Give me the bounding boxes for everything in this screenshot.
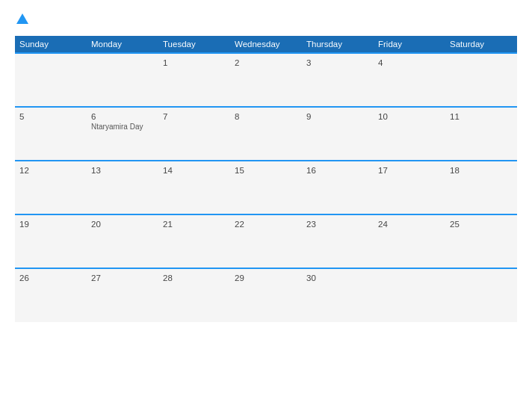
- calendar-cell: 29: [230, 268, 302, 322]
- day-number: 24: [378, 220, 441, 229]
- holiday-label: Ntaryamira Day: [91, 123, 154, 131]
- calendar-cell: [15, 53, 87, 107]
- calendar-cell: 6Ntaryamira Day: [87, 107, 158, 161]
- day-number: 7: [163, 112, 226, 121]
- day-number: 4: [378, 58, 441, 67]
- calendar-page: SundayMondayTuesdayWednesdayThursdayFrid…: [0, 0, 532, 411]
- weekday-header-row: SundayMondayTuesdayWednesdayThursdayFrid…: [15, 36, 517, 53]
- day-number: 22: [235, 220, 297, 229]
- calendar-cell: 25: [445, 214, 517, 268]
- logo: [15, 13, 28, 25]
- weekday-header-tuesday: Tuesday: [158, 36, 230, 53]
- day-number: 30: [306, 274, 369, 282]
- calendar-cell: 5: [15, 107, 87, 161]
- calendar-cell: [445, 53, 517, 107]
- calendar-cell: 14: [158, 161, 230, 214]
- calendar-cell: 26: [15, 268, 87, 322]
- calendar-cell: [445, 268, 517, 322]
- calendar-cell: 22: [230, 214, 302, 268]
- day-number: 17: [378, 166, 441, 175]
- day-number: 1: [163, 58, 226, 67]
- calendar-cell: [374, 268, 445, 322]
- day-number: 28: [163, 274, 226, 282]
- day-number: 18: [450, 166, 513, 175]
- weekday-header-friday: Friday: [374, 36, 445, 53]
- day-number: 15: [235, 166, 297, 175]
- weekday-header-wednesday: Wednesday: [230, 36, 302, 53]
- calendar-cell: 3: [302, 53, 374, 107]
- day-number: 23: [306, 220, 369, 229]
- calendar-body: 123456Ntaryamira Day78910111213141516171…: [15, 53, 517, 322]
- day-number: 8: [235, 112, 297, 121]
- calendar-cell: 13: [87, 161, 158, 214]
- calendar-cell: [87, 53, 158, 107]
- calendar-cell: 7: [158, 107, 230, 161]
- calendar-cell: 9: [302, 107, 374, 161]
- day-number: 13: [91, 166, 154, 175]
- calendar-header: SundayMondayTuesdayWednesdayThursdayFrid…: [15, 36, 517, 53]
- calendar-cell: 17: [374, 161, 445, 214]
- day-number: 11: [450, 112, 513, 121]
- weekday-header-saturday: Saturday: [445, 36, 517, 53]
- day-number: 29: [235, 274, 297, 282]
- calendar-cell: 8: [230, 107, 302, 161]
- weekday-header-thursday: Thursday: [302, 36, 374, 53]
- calendar-cell: 1: [158, 53, 230, 107]
- calendar-cell: 27: [87, 268, 158, 322]
- day-number: 20: [91, 220, 154, 229]
- day-number: 25: [450, 220, 513, 229]
- calendar-cell: 28: [158, 268, 230, 322]
- calendar-cell: 30: [302, 268, 374, 322]
- calendar-cell: 15: [230, 161, 302, 214]
- day-number: 27: [91, 274, 154, 282]
- calendar-table: SundayMondayTuesdayWednesdayThursdayFrid…: [15, 36, 517, 322]
- day-number: 14: [163, 166, 226, 175]
- calendar-cell: 10: [374, 107, 445, 161]
- calendar-cell: 4: [374, 53, 445, 107]
- calendar-cell: 18: [445, 161, 517, 214]
- day-number: 2: [235, 58, 297, 67]
- day-number: 21: [163, 220, 226, 229]
- calendar-cell: 19: [15, 214, 87, 268]
- day-number: 16: [306, 166, 369, 175]
- day-number: 3: [306, 58, 369, 67]
- calendar-week-row: 12131415161718: [15, 161, 517, 214]
- calendar-cell: 23: [302, 214, 374, 268]
- calendar-cell: 16: [302, 161, 374, 214]
- calendar-week-row: 56Ntaryamira Day7891011: [15, 107, 517, 161]
- weekday-header-monday: Monday: [87, 36, 158, 53]
- logo-row1: [15, 13, 28, 25]
- logo-triangle-icon: [16, 13, 28, 24]
- weekday-header-sunday: Sunday: [15, 36, 87, 53]
- day-number: 5: [19, 112, 82, 121]
- calendar-week-row: 2627282930: [15, 268, 517, 322]
- day-number: 19: [19, 220, 82, 229]
- day-number: 10: [378, 112, 441, 121]
- calendar-cell: 11: [445, 107, 517, 161]
- calendar-cell: 24: [374, 214, 445, 268]
- day-number: 9: [306, 112, 369, 121]
- calendar-cell: 12: [15, 161, 87, 214]
- calendar-cell: 21: [158, 214, 230, 268]
- day-number: 26: [19, 274, 82, 282]
- header: [15, 13, 517, 25]
- logo-wrapper: [15, 13, 28, 25]
- day-number: 6: [91, 112, 154, 121]
- calendar-cell: 2: [230, 53, 302, 107]
- calendar-week-row: 19202122232425: [15, 214, 517, 268]
- day-number: 12: [19, 166, 82, 175]
- calendar-week-row: 1234: [15, 53, 517, 107]
- calendar-cell: 20: [87, 214, 158, 268]
